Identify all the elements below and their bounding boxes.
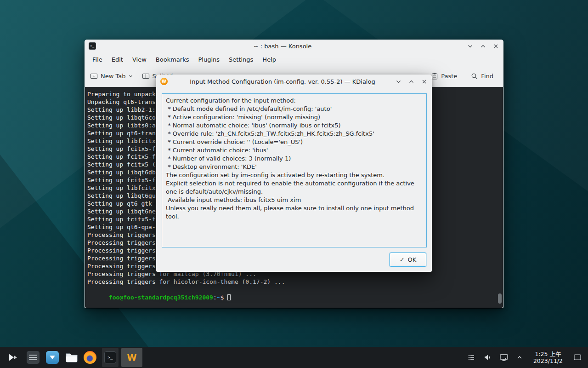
split-view-icon: [142, 72, 150, 80]
kdialog-window-title: Input Method Configuration (im-config, v…: [175, 78, 390, 85]
paste-button[interactable]: Paste: [431, 72, 457, 80]
konsole-window-controls: [467, 43, 499, 50]
new-tab-label: New Tab: [101, 73, 126, 80]
dialog-text-line: * Active configuration: 'missing' (norma…: [166, 113, 423, 121]
dialog-text-line: * Current override choice: '' (Locale='e…: [166, 138, 423, 146]
taskbar: >_ W 1:25 上午 2023/11/2: [0, 347, 588, 368]
toolbar-right-group: Paste Find: [431, 72, 498, 80]
dialog-text-line: * Desktop environment: 'KDE': [166, 163, 423, 171]
clock-time: 1:25 上午: [535, 351, 561, 357]
discover-button[interactable]: [46, 348, 59, 367]
konsole-task-icon: >_: [104, 351, 116, 363]
menu-item[interactable]: Settings: [224, 55, 258, 64]
discover-icon: [46, 351, 59, 364]
prompt-user-host: foo@foo-standardpcq35ich92009: [109, 294, 213, 301]
dialog-text-line: * Override rule: 'zh_CN,fcitx5:zh_TW,fci…: [166, 130, 423, 138]
menu-item[interactable]: File: [88, 55, 107, 64]
find-icon: [471, 73, 478, 80]
dialog-text-line: * Current automatic choice: 'ibus': [166, 146, 423, 155]
minimize-icon[interactable]: [395, 78, 402, 85]
pager-icon: [27, 351, 40, 364]
kdialog-window: W Input Method Configuration (im-config,…: [156, 75, 432, 272]
new-tab-button[interactable]: New Tab: [90, 72, 133, 80]
close-icon[interactable]: [492, 43, 499, 50]
pager-button[interactable]: [27, 348, 40, 367]
dialog-text-line: The configuration set by im-config is ac…: [166, 171, 423, 179]
menu-item[interactable]: View: [128, 55, 151, 64]
firefox-icon: [84, 351, 96, 364]
kdialog-titlebar[interactable]: W Input Method Configuration (im-config,…: [156, 75, 432, 88]
show-desktop-button[interactable]: [573, 354, 582, 361]
dialog-text-line: * Normal automatic choice: 'ibus' (norma…: [166, 121, 423, 130]
firefox-button[interactable]: [84, 348, 96, 367]
menu-item[interactable]: Edit: [107, 55, 128, 64]
check-icon: ✓: [400, 256, 405, 263]
menu-item[interactable]: Plugins: [193, 55, 224, 64]
volume-icon[interactable]: [483, 353, 492, 362]
prompt-path: ~: [217, 294, 220, 301]
paste-icon: [431, 72, 438, 80]
terminal-prompt: foo@foo-standardpcq35ich92009:~$: [87, 286, 501, 308]
find-label: Find: [481, 73, 493, 80]
dialog-message-frame: Current configuration for the input meth…: [162, 93, 427, 247]
ok-button-label: OK: [408, 256, 417, 263]
digital-clock[interactable]: 1:25 上午 2023/11/2: [531, 351, 565, 364]
im-config-task-icon: W: [127, 352, 137, 362]
menu-item[interactable]: Help: [258, 55, 281, 64]
clock-date: 2023/11/2: [533, 357, 563, 364]
dialog-text-line: * Number of valid choices: 3 (normally 1…: [166, 155, 423, 163]
scrollbar-thumb[interactable]: [498, 293, 502, 304]
paste-label: Paste: [441, 73, 457, 80]
plasma-launcher-icon: [7, 351, 19, 363]
system-tray: 1:25 上午 2023/11/2: [467, 351, 585, 364]
terminal-line: Processing triggers for hicolor-icon-the…: [87, 278, 501, 286]
dialog-text-line: Current configuration for the input meth…: [166, 97, 423, 105]
dialog-text-line: Available input methods: ibus fcitx5 uim…: [166, 196, 423, 204]
notifications-icon[interactable]: [467, 353, 475, 362]
chevron-down-icon: [129, 74, 133, 78]
dialog-text-line: Unless you really need them all, please …: [166, 204, 423, 221]
folder-icon: [65, 352, 78, 363]
show-desktop-icon: [573, 354, 582, 361]
prompt-colon: :: [213, 294, 217, 301]
menu-item[interactable]: Bookmarks: [151, 55, 194, 64]
prompt-dollar: $: [220, 294, 224, 301]
dolphin-button[interactable]: [65, 348, 78, 367]
kdialog-window-controls: [395, 78, 428, 85]
dialog-text-line: * Default mode defined in /etc/default/i…: [166, 105, 423, 113]
konsole-icon-glyph: >_: [90, 45, 94, 48]
app-launcher-button[interactable]: [3, 348, 23, 367]
konsole-icon: >_: [89, 42, 96, 50]
im-config-icon: W: [160, 78, 168, 85]
tray-expand-chevron-icon[interactable]: [516, 354, 523, 361]
dialog-text-line: Explicit selection is not required to en…: [166, 179, 423, 196]
konsole-task-button[interactable]: >_: [102, 348, 119, 367]
im-config-icon-glyph: W: [162, 80, 166, 84]
konsole-titlebar[interactable]: >_ ~ : bash — Konsole: [85, 40, 503, 52]
terminal-cursor: [227, 294, 231, 300]
ok-button[interactable]: ✓ OK: [390, 253, 426, 267]
maximize-icon[interactable]: [480, 43, 486, 50]
konsole-window-title: ~ : bash — Konsole: [103, 43, 462, 50]
konsole-menubar: FileEditViewBookmarksPluginsSettingsHelp: [85, 52, 503, 66]
minimize-icon[interactable]: [467, 43, 474, 50]
im-config-task-button[interactable]: W: [121, 348, 142, 367]
new-tab-icon: [90, 72, 98, 80]
close-icon[interactable]: [421, 78, 428, 85]
display-icon[interactable]: [499, 353, 509, 362]
find-button[interactable]: Find: [471, 72, 493, 80]
maximize-icon[interactable]: [408, 78, 415, 85]
